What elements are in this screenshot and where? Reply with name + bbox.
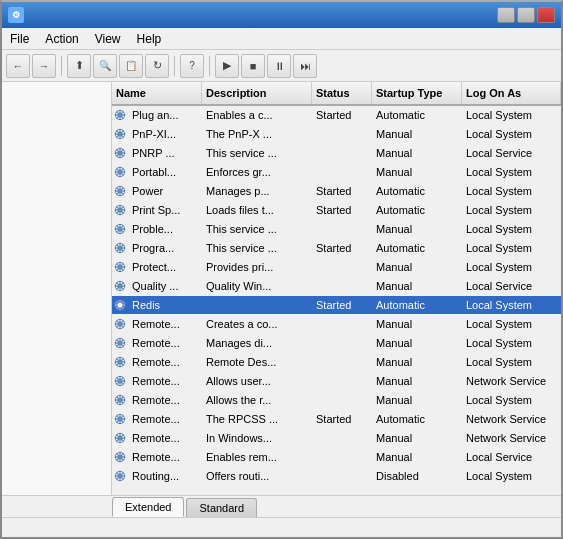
service-startup-type: Manual [372,258,462,276]
service-logon: Local Service [462,144,561,162]
service-startup-type: Manual [372,353,462,371]
svg-point-140 [117,378,122,383]
service-name: Plug an... [128,106,202,124]
svg-point-20 [117,150,122,155]
table-row[interactable]: Plug an...Enables a c...StartedAutomatic… [112,106,561,125]
svg-point-90 [117,283,122,288]
table-row[interactable]: Portabl...Enforces gr...ManualLocal Syst… [112,163,561,182]
service-logon: Local Service [462,277,561,295]
service-name: Remote... [128,353,202,371]
service-logon: Local System [462,182,561,200]
service-startup-type: Manual [372,277,462,295]
table-row[interactable]: Remote...The RPCSS ...StartedAutomaticNe… [112,410,561,429]
refresh-button[interactable]: ↻ [145,54,169,78]
service-icon-cell [112,258,128,276]
service-icon-cell [112,201,128,219]
service-name: Remote... [128,448,202,466]
service-description [202,296,312,314]
stop-service-button[interactable]: ■ [241,54,265,78]
table-row[interactable]: Remote...Remote Des...ManualLocal System [112,353,561,372]
service-logon: Local System [462,315,561,333]
table-row[interactable]: PowerManages p...StartedAutomaticLocal S… [112,182,561,201]
resume-service-button[interactable]: ⏭ [293,54,317,78]
table-row[interactable]: Remote...Creates a co...ManualLocal Syst… [112,315,561,334]
copy-button[interactable]: 📋 [119,54,143,78]
service-gear-icon [114,146,126,160]
service-description: The RPCSS ... [202,410,312,428]
pause-service-button[interactable]: ⏸ [267,54,291,78]
menu-view[interactable]: View [87,30,129,48]
svg-point-60 [117,226,122,231]
service-icon-cell [112,144,128,162]
table-row[interactable]: Protect...Provides pri...ManualLocal Sys… [112,258,561,277]
service-icon-cell [112,125,128,143]
service-startup-type: Manual [372,163,462,181]
service-description: Provides pri... [202,258,312,276]
maximize-button[interactable] [517,7,535,23]
menu-action[interactable]: Action [37,30,86,48]
service-logon: Local System [462,201,561,219]
svg-point-190 [117,473,122,478]
table-row[interactable]: Remote...In Windows...ManualNetwork Serv… [112,429,561,448]
service-name: Routing... [128,467,202,485]
col-header-name[interactable]: Name [112,82,202,104]
service-description: Allows the r... [202,391,312,409]
table-row[interactable]: Proble...This service ...ManualLocal Sys… [112,220,561,239]
table-row[interactable]: Remote...Enables rem...ManualLocal Servi… [112,448,561,467]
service-status: Started [312,182,372,200]
table-row[interactable]: Remote...Allows user...ManualNetwork Ser… [112,372,561,391]
col-header-logon[interactable]: Log On As [462,82,561,104]
table-row[interactable]: RedisStartedAutomaticLocal System [112,296,561,315]
tab-extended[interactable]: Extended [112,497,184,517]
toolbar: ← → ⬆ 🔍 📋 ↻ ? ▶ ■ ⏸ ⏭ [2,50,561,82]
service-name: PNRP ... [128,144,202,162]
svg-point-80 [117,264,122,269]
service-icon-cell [112,429,128,447]
service-logon: Local System [462,163,561,181]
service-logon: Local System [462,296,561,314]
service-logon: Network Service [462,372,561,390]
col-header-description[interactable]: Description [202,82,312,104]
service-gear-icon [114,450,126,464]
service-logon: Local System [462,220,561,238]
service-gear-icon [114,336,126,350]
service-status: Started [312,410,372,428]
service-description: Manages p... [202,182,312,200]
help-button[interactable]: ? [180,54,204,78]
table-row[interactable]: PnP-XI...The PnP-X ...ManualLocal System [112,125,561,144]
table-row[interactable]: PNRP ...This service ...ManualLocal Serv… [112,144,561,163]
status-bar [2,517,561,537]
service-description: Quality Win... [202,277,312,295]
service-icon-cell [112,391,128,409]
service-icon-cell [112,220,128,238]
search-button[interactable]: 🔍 [93,54,117,78]
table-row[interactable]: Routing...Offers routi...DisabledLocal S… [112,467,561,486]
col-header-startup[interactable]: Startup Type [372,82,462,104]
table-row[interactable]: Progra...This service ...StartedAutomati… [112,239,561,258]
close-button[interactable] [537,7,555,23]
table-row[interactable]: Remote...Manages di...ManualLocal System [112,334,561,353]
service-description: Allows user... [202,372,312,390]
service-logon: Local System [462,258,561,276]
menu-file[interactable]: File [2,30,37,48]
back-button[interactable]: ← [6,54,30,78]
service-name: Portabl... [128,163,202,181]
service-description: Loads files t... [202,201,312,219]
table-row[interactable]: Remote...Allows the r...ManualLocal Syst… [112,391,561,410]
menu-help[interactable]: Help [129,30,170,48]
tab-standard[interactable]: Standard [186,498,257,517]
service-icon-cell [112,353,128,371]
forward-button[interactable]: → [32,54,56,78]
col-header-status[interactable]: Status [312,82,372,104]
service-logon: Local System [462,391,561,409]
service-logon: Local System [462,334,561,352]
table-body[interactable]: Plug an...Enables a c...StartedAutomatic… [112,106,561,495]
table-row[interactable]: Print Sp...Loads files t...StartedAutoma… [112,201,561,220]
minimize-button[interactable] [497,7,515,23]
service-gear-icon [114,317,126,331]
service-status: Started [312,239,372,257]
start-service-button[interactable]: ▶ [215,54,239,78]
up-button[interactable]: ⬆ [67,54,91,78]
table-row[interactable]: Quality ...Quality Win...ManualLocal Ser… [112,277,561,296]
service-gear-icon [114,374,126,388]
